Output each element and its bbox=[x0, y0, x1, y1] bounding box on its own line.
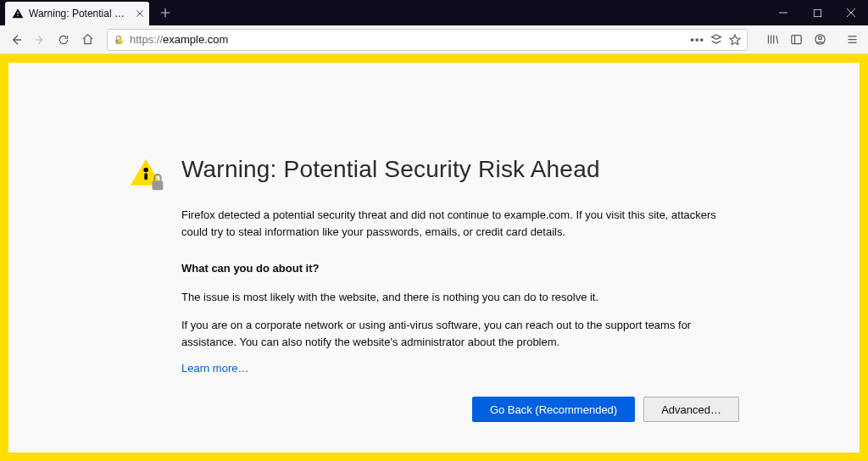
lock-warning-icon bbox=[113, 34, 125, 46]
warning-icon bbox=[12, 8, 24, 19]
account-icon[interactable] bbox=[809, 29, 831, 51]
reload-button[interactable] bbox=[53, 29, 75, 51]
svg-rect-6 bbox=[144, 173, 147, 180]
home-button[interactable] bbox=[76, 29, 98, 51]
menu-icon[interactable] bbox=[841, 29, 863, 51]
svg-rect-7 bbox=[153, 181, 164, 190]
page-content: Warning: Potential Security Risk Ahead F… bbox=[0, 54, 868, 461]
svg-rect-2 bbox=[791, 36, 800, 44]
new-tab-button[interactable] bbox=[154, 0, 176, 25]
back-button[interactable] bbox=[5, 29, 27, 51]
url-bar[interactable]: https://example.com ••• bbox=[107, 29, 748, 51]
reader-icon[interactable] bbox=[709, 33, 723, 47]
close-icon[interactable] bbox=[136, 9, 144, 18]
advice-1: The issue is most likely with the websit… bbox=[181, 289, 739, 306]
page-title: Warning: Potential Security Risk Ahead bbox=[181, 156, 739, 183]
bookmark-star-icon[interactable] bbox=[728, 33, 742, 47]
warning-lock-icon bbox=[129, 156, 166, 453]
svg-point-5 bbox=[143, 168, 148, 173]
question-heading: What can you do about it? bbox=[181, 260, 739, 277]
advanced-button[interactable]: Advanced… bbox=[643, 397, 739, 422]
page-actions-icon[interactable]: ••• bbox=[690, 33, 704, 46]
go-back-button[interactable]: Go Back (Recommended) bbox=[472, 397, 635, 422]
navigation-toolbar: https://example.com ••• bbox=[0, 25, 868, 54]
url-text: https://example.com bbox=[130, 33, 685, 46]
svg-rect-0 bbox=[814, 9, 821, 16]
maximize-button[interactable] bbox=[800, 0, 834, 25]
library-icon[interactable] bbox=[761, 29, 783, 51]
tab-title: Warning: Potential Security Risk bbox=[29, 8, 131, 19]
svg-point-4 bbox=[818, 36, 821, 40]
forward-button[interactable] bbox=[29, 29, 51, 51]
minimize-button[interactable] bbox=[766, 0, 800, 25]
browser-tab-active[interactable]: Warning: Potential Security Risk bbox=[5, 2, 149, 25]
learn-more-link[interactable]: Learn more… bbox=[181, 362, 248, 375]
advice-2: If you are on a corporate network or usi… bbox=[181, 317, 739, 350]
close-window-button[interactable] bbox=[834, 0, 868, 25]
warning-description: Firefox detected a potential security th… bbox=[181, 207, 739, 240]
window-controls bbox=[766, 0, 868, 25]
sidebar-icon[interactable] bbox=[785, 29, 807, 51]
window-titlebar: Warning: Potential Security Risk bbox=[0, 0, 868, 25]
